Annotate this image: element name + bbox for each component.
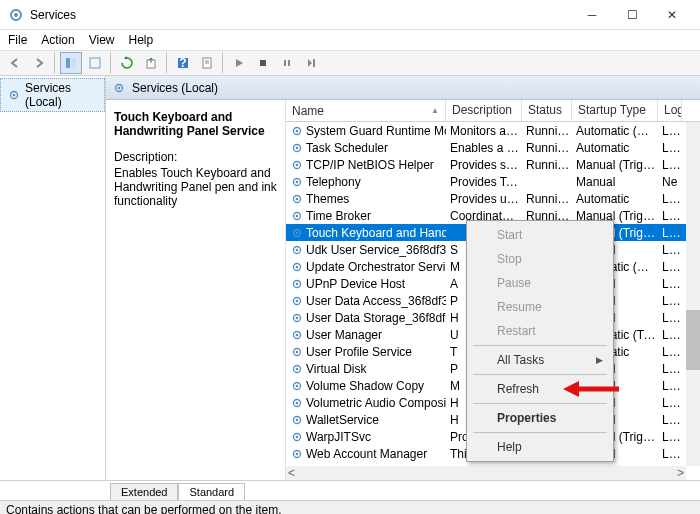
- service-row[interactable]: System Guard Runtime Mon...Monitors an..…: [286, 122, 700, 139]
- forward-button[interactable]: [28, 52, 50, 74]
- gear-icon: [290, 141, 304, 155]
- pause-button[interactable]: [276, 52, 298, 74]
- col-description[interactable]: Description: [446, 100, 522, 121]
- service-logon: Loc: [658, 124, 682, 138]
- stop-button[interactable]: [252, 52, 274, 74]
- service-name: Time Broker: [306, 209, 371, 223]
- help-button[interactable]: ?: [172, 52, 194, 74]
- play-button[interactable]: [228, 52, 250, 74]
- service-row[interactable]: TCP/IP NetBIOS HelperProvides sup...Runn…: [286, 156, 700, 173]
- context-menu: Start Stop Pause Resume Restart All Task…: [466, 220, 614, 462]
- maximize-button[interactable]: ☐: [612, 1, 652, 29]
- service-name: WarpJITSvc: [306, 430, 371, 444]
- gear-icon: [7, 88, 21, 102]
- ctx-help[interactable]: Help: [469, 435, 611, 459]
- svg-rect-4: [90, 58, 100, 68]
- tab-extended[interactable]: Extended: [110, 483, 178, 500]
- tab-standard[interactable]: Standard: [178, 483, 245, 500]
- tree-item-services-local[interactable]: Services (Local): [0, 78, 105, 112]
- gear-icon: [290, 226, 304, 240]
- separator: [473, 432, 607, 433]
- svg-point-28: [296, 197, 299, 200]
- tree-pane: Services (Local): [0, 76, 106, 480]
- export-button[interactable]: [140, 52, 162, 74]
- ctx-resume[interactable]: Resume: [469, 295, 611, 319]
- gear-icon: [290, 209, 304, 223]
- svg-point-54: [296, 418, 299, 421]
- service-row[interactable]: ThemesProvides use...RunningAutomaticLoc: [286, 190, 700, 207]
- close-button[interactable]: ✕: [652, 1, 692, 29]
- service-name: Touch Keyboard and Handw...: [306, 226, 446, 240]
- service-logon: Loc: [658, 413, 682, 427]
- col-status[interactable]: Status: [522, 100, 572, 121]
- annotation-arrow: [563, 379, 619, 399]
- service-name: WalletService: [306, 413, 379, 427]
- svg-point-24: [296, 163, 299, 166]
- back-button[interactable]: [4, 52, 26, 74]
- ctx-stop[interactable]: Stop: [469, 247, 611, 271]
- svg-point-44: [296, 333, 299, 336]
- svg-rect-14: [313, 59, 315, 67]
- menu-help[interactable]: Help: [129, 33, 154, 47]
- gear-icon: [290, 192, 304, 206]
- menu-file[interactable]: File: [8, 33, 27, 47]
- service-name: Udk User Service_36f8df3: [306, 243, 446, 257]
- gear-icon: [290, 260, 304, 274]
- svg-point-56: [296, 435, 299, 438]
- service-logon: Loc: [658, 379, 682, 393]
- ctx-restart[interactable]: Restart: [469, 319, 611, 343]
- show-hide-action-button[interactable]: [84, 52, 106, 74]
- ctx-start[interactable]: Start: [469, 223, 611, 247]
- services-icon: [8, 7, 24, 23]
- svg-point-18: [118, 86, 121, 89]
- service-row[interactable]: TelephonyProvides Tel...ManualNe: [286, 173, 700, 190]
- service-name: Update Orchestrator Service: [306, 260, 446, 274]
- service-row[interactable]: Task SchedulerEnables a us...RunningAuto…: [286, 139, 700, 156]
- refresh-button[interactable]: [116, 52, 138, 74]
- col-startup-type[interactable]: Startup Type: [572, 100, 658, 121]
- menu-view[interactable]: View: [89, 33, 115, 47]
- gear-icon: [290, 243, 304, 257]
- service-logon: Loc: [658, 430, 682, 444]
- service-logon: Loc: [658, 243, 682, 257]
- service-name: TCP/IP NetBIOS Helper: [306, 158, 434, 172]
- service-startup: Automatic: [572, 141, 658, 155]
- service-name: User Manager: [306, 328, 382, 342]
- separator: [473, 345, 607, 346]
- separator: [54, 52, 56, 74]
- service-logon: Loc: [658, 260, 682, 274]
- gear-icon: [290, 175, 304, 189]
- ctx-properties[interactable]: Properties: [469, 406, 611, 430]
- window-title: Services: [30, 8, 572, 22]
- col-logon[interactable]: Log..: [658, 100, 682, 121]
- properties-button[interactable]: [196, 52, 218, 74]
- gear-icon: [290, 362, 304, 376]
- view-tabs: Extended Standard: [0, 480, 700, 500]
- separator: [166, 52, 168, 74]
- column-headers: Name▲ Description Status Startup Type Lo…: [286, 100, 700, 122]
- horizontal-scrollbar[interactable]: <>: [286, 466, 686, 480]
- service-name: Themes: [306, 192, 349, 206]
- detail-desc: Enables Touch Keyboard and Handwriting P…: [114, 166, 277, 208]
- gear-icon: [290, 447, 304, 461]
- restart-button[interactable]: [300, 52, 322, 74]
- gear-icon: [290, 328, 304, 342]
- gear-icon: [290, 379, 304, 393]
- scroll-thumb[interactable]: [686, 310, 700, 370]
- service-startup: Manual (Trigg...: [572, 158, 658, 172]
- ctx-pause[interactable]: Pause: [469, 271, 611, 295]
- ctx-all-tasks[interactable]: All Tasks▶: [469, 348, 611, 372]
- vertical-scrollbar[interactable]: [686, 122, 700, 466]
- toolbar: ?: [0, 50, 700, 76]
- show-hide-tree-button[interactable]: [60, 52, 82, 74]
- col-name[interactable]: Name▲: [286, 100, 446, 121]
- svg-point-1: [14, 13, 18, 17]
- minimize-button[interactable]: ─: [572, 1, 612, 29]
- service-startup: Automatic (De...: [572, 124, 658, 138]
- menu-action[interactable]: Action: [41, 33, 74, 47]
- separator: [473, 403, 607, 404]
- service-desc: Provides Tel...: [446, 175, 522, 189]
- gear-icon: [290, 311, 304, 325]
- service-logon: Loc: [658, 192, 682, 206]
- service-logon: Loc: [658, 345, 682, 359]
